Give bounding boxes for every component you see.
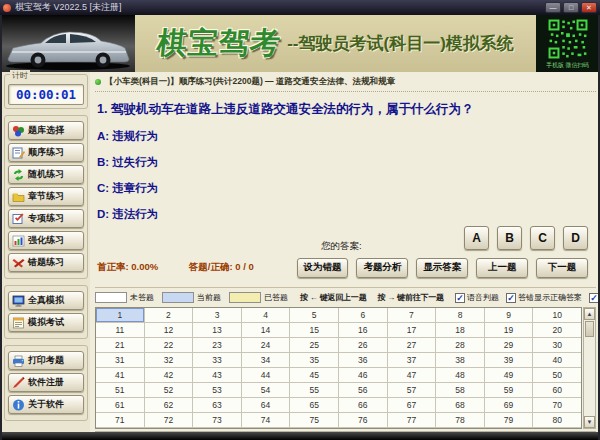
- grid-cell-26[interactable]: 26: [339, 338, 387, 352]
- grid-cell-58[interactable]: 58: [436, 383, 484, 397]
- show-correct-on-wrong-checkbox[interactable]: 答错显示正确答案: [506, 292, 582, 303]
- grid-cell-39[interactable]: 39: [485, 353, 533, 367]
- sidebar-button-question-bank[interactable]: 题库选择: [8, 121, 84, 140]
- sidebar-button-sequence-practice[interactable]: 顺序练习: [8, 143, 84, 162]
- grid-cell-60[interactable]: 60: [533, 383, 581, 397]
- maximize-button[interactable]: □: [563, 2, 579, 13]
- next-question-button[interactable]: 下一题: [536, 258, 588, 278]
- grid-cell-48[interactable]: 48: [436, 368, 484, 382]
- grid-cell-5[interactable]: 5: [290, 308, 338, 322]
- grid-cell-74[interactable]: 74: [242, 413, 290, 427]
- grid-cell-16[interactable]: 16: [339, 323, 387, 337]
- close-button[interactable]: ✕: [581, 2, 597, 13]
- grid-cell-54[interactable]: 54: [242, 383, 290, 397]
- grid-cell-53[interactable]: 53: [193, 383, 241, 397]
- grid-cell-80[interactable]: 80: [533, 413, 581, 427]
- grid-cell-42[interactable]: 42: [145, 368, 193, 382]
- grid-cell-59[interactable]: 59: [485, 383, 533, 397]
- show-answer-button[interactable]: 显示答案: [416, 258, 468, 278]
- grid-cell-79[interactable]: 79: [485, 413, 533, 427]
- grid-cell-43[interactable]: 43: [193, 368, 241, 382]
- grid-cell-13[interactable]: 13: [193, 323, 241, 337]
- grid-cell-52[interactable]: 52: [145, 383, 193, 397]
- grid-cell-14[interactable]: 14: [242, 323, 290, 337]
- scrollbar-thumb[interactable]: [585, 321, 594, 337]
- grid-cell-76[interactable]: 76: [339, 413, 387, 427]
- grid-cell-65[interactable]: 65: [290, 398, 338, 412]
- checkbox-icon[interactable]: [506, 293, 516, 303]
- sidebar-button-chapter-practice[interactable]: 章节练习: [8, 187, 84, 206]
- grid-cell-19[interactable]: 19: [485, 323, 533, 337]
- sidebar-button-random-practice[interactable]: 随机练习: [8, 165, 84, 184]
- sidebar-button-register[interactable]: 软件注册: [8, 373, 84, 392]
- vertical-scrollbar[interactable]: ▲ ▼: [583, 307, 596, 429]
- question-analysis-button[interactable]: 考题分析: [356, 258, 408, 278]
- grid-cell-72[interactable]: 72: [145, 413, 193, 427]
- grid-cell-17[interactable]: 17: [388, 323, 436, 337]
- grid-cell-31[interactable]: 31: [96, 353, 144, 367]
- grid-cell-38[interactable]: 38: [436, 353, 484, 367]
- grid-cell-69[interactable]: 69: [485, 398, 533, 412]
- scroll-up-icon[interactable]: ▲: [584, 308, 595, 320]
- grid-cell-23[interactable]: 23: [193, 338, 241, 352]
- grid-cell-41[interactable]: 41: [96, 368, 144, 382]
- voice-judge-checkbox[interactable]: 语音判题: [455, 292, 499, 303]
- sidebar-button-print[interactable]: 打印考题: [8, 351, 84, 370]
- grid-cell-40[interactable]: 40: [533, 353, 581, 367]
- grid-cell-45[interactable]: 45: [290, 368, 338, 382]
- option-a[interactable]: A: 违规行为: [97, 129, 596, 144]
- previous-question-button[interactable]: 上一题: [476, 258, 528, 278]
- sidebar-button-wrong-question-practice[interactable]: 错题练习: [8, 253, 84, 272]
- mark-wrong-button[interactable]: 设为错题: [297, 258, 349, 278]
- grid-cell-30[interactable]: 30: [533, 338, 581, 352]
- sidebar-button-intensive-practice[interactable]: 强化练习: [8, 231, 84, 250]
- grid-cell-2[interactable]: 2: [145, 308, 193, 322]
- grid-cell-32[interactable]: 32: [145, 353, 193, 367]
- grid-cell-35[interactable]: 35: [290, 353, 338, 367]
- grid-cell-11[interactable]: 11: [96, 323, 144, 337]
- grid-cell-77[interactable]: 77: [388, 413, 436, 427]
- scrollbar-track[interactable]: [584, 338, 595, 416]
- grid-cell-51[interactable]: 51: [96, 383, 144, 397]
- grid-cell-27[interactable]: 27: [388, 338, 436, 352]
- grid-cell-68[interactable]: 68: [436, 398, 484, 412]
- grid-cell-33[interactable]: 33: [193, 353, 241, 367]
- grid-cell-7[interactable]: 7: [388, 308, 436, 322]
- grid-cell-73[interactable]: 73: [193, 413, 241, 427]
- minimize-button[interactable]: —: [545, 2, 561, 13]
- grid-cell-36[interactable]: 36: [339, 353, 387, 367]
- grid-cell-4[interactable]: 4: [242, 308, 290, 322]
- grid-cell-37[interactable]: 37: [388, 353, 436, 367]
- grid-cell-70[interactable]: 70: [533, 398, 581, 412]
- grid-cell-47[interactable]: 47: [388, 368, 436, 382]
- grid-cell-55[interactable]: 55: [290, 383, 338, 397]
- answer-button-b[interactable]: B: [497, 226, 522, 250]
- grid-cell-75[interactable]: 75: [290, 413, 338, 427]
- grid-cell-6[interactable]: 6: [339, 308, 387, 322]
- option-b[interactable]: B: 过失行为: [97, 155, 596, 170]
- checkbox-icon[interactable]: [455, 293, 465, 303]
- grid-cell-56[interactable]: 56: [339, 383, 387, 397]
- sidebar-button-full-simulation[interactable]: 全真模拟: [8, 291, 84, 310]
- grid-cell-57[interactable]: 57: [388, 383, 436, 397]
- scroll-down-icon[interactable]: ▼: [584, 416, 595, 428]
- grid-cell-12[interactable]: 12: [145, 323, 193, 337]
- grid-cell-29[interactable]: 29: [485, 338, 533, 352]
- grid-cell-49[interactable]: 49: [485, 368, 533, 382]
- grid-cell-10[interactable]: 10: [533, 308, 581, 322]
- grid-cell-22[interactable]: 22: [145, 338, 193, 352]
- grid-cell-34[interactable]: 34: [242, 353, 290, 367]
- grid-cell-50[interactable]: 50: [533, 368, 581, 382]
- grid-cell-62[interactable]: 62: [145, 398, 193, 412]
- sidebar-button-about[interactable]: 关于软件: [8, 395, 84, 414]
- grid-cell-44[interactable]: 44: [242, 368, 290, 382]
- grid-cell-63[interactable]: 63: [193, 398, 241, 412]
- grid-cell-64[interactable]: 64: [242, 398, 290, 412]
- grid-cell-3[interactable]: 3: [193, 308, 241, 322]
- grid-cell-25[interactable]: 25: [290, 338, 338, 352]
- grid-cell-8[interactable]: 8: [436, 308, 484, 322]
- sidebar-button-mock-exam[interactable]: 模拟考试: [8, 313, 84, 332]
- grid-cell-9[interactable]: 9: [485, 308, 533, 322]
- grid-cell-67[interactable]: 67: [388, 398, 436, 412]
- grid-cell-61[interactable]: 61: [96, 398, 144, 412]
